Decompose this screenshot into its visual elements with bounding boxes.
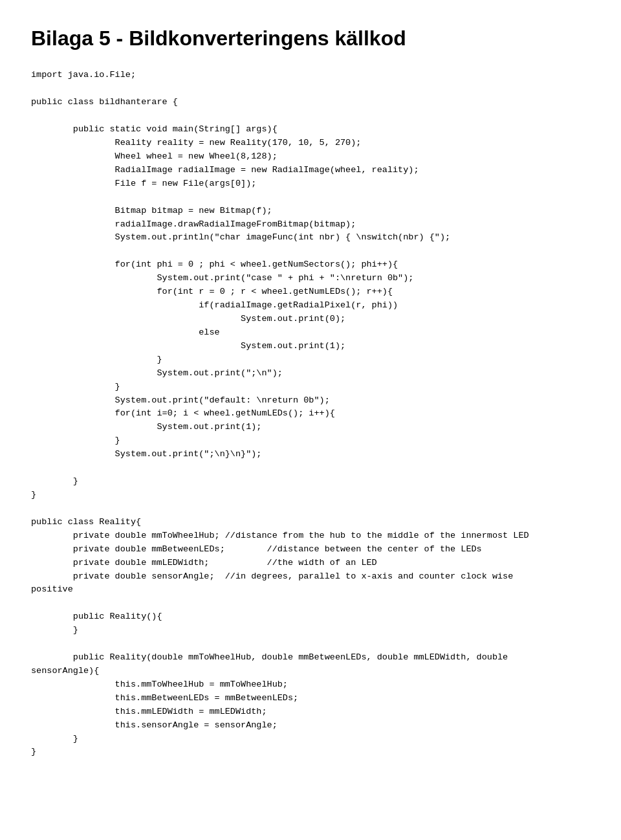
page-title: Bilaga 5 - Bildkonverteringens källkod: [31, 26, 590, 50]
code-content: import java.io.File; public class bildha…: [31, 69, 590, 759]
